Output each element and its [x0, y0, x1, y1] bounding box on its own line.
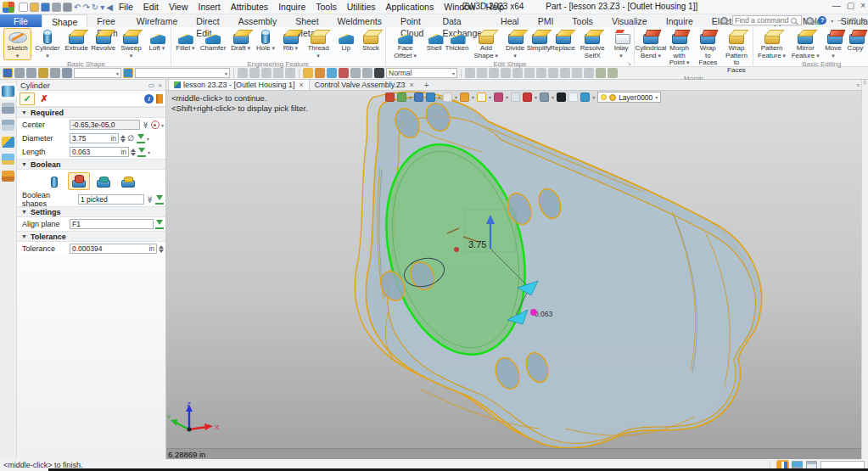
- render-mode-combo[interactable]: Normal▾: [386, 68, 457, 78]
- ribbon-button-stock[interactable]: Stock: [358, 28, 383, 53]
- help-dropdown-icon[interactable]: ▾: [831, 18, 833, 24]
- pick-plane-icon[interactable]: [155, 220, 164, 229]
- zw3d-logo-icon[interactable]: [3, 2, 14, 13]
- curvature-icon[interactable]: [494, 93, 503, 102]
- cancel-button[interactable]: ✗: [37, 93, 51, 105]
- image-icon[interactable]: [327, 68, 337, 78]
- snap-slash-icon[interactable]: [584, 68, 594, 78]
- history-icon[interactable]: [350, 68, 361, 78]
- manager-tab[interactable]: [2, 103, 14, 114]
- pick-length-dropdown-icon[interactable]: ▾: [148, 149, 150, 155]
- viewport-3d[interactable]: <middle-click> to continue. <Shift+right…: [166, 91, 861, 459]
- view-orient-icon-dropdown[interactable]: ▾: [455, 94, 457, 100]
- ribbon-button-hole[interactable]: Hole ▾: [253, 28, 277, 53]
- child-minimize-button[interactable]: —: [837, 16, 845, 25]
- ribbon-button-move[interactable]: Move ▾: [822, 28, 844, 60]
- highlight-toggle-icon[interactable]: [477, 93, 486, 102]
- section-tolerance[interactable]: ▼Tolerance: [17, 231, 165, 242]
- boolean-intersect-button[interactable]: [117, 172, 139, 190]
- menu-item-insert[interactable]: Insert: [193, 2, 226, 12]
- view-orient-icon[interactable]: [443, 93, 452, 102]
- flag-icon[interactable]: [362, 68, 372, 78]
- ribbon-tab-file[interactable]: File: [0, 14, 42, 27]
- pick-length-icon[interactable]: [137, 148, 146, 157]
- ribbon-button-wrap-to-faces[interactable]: Wrap to Faces: [693, 28, 722, 68]
- play-icon[interactable]: ◀: [106, 3, 113, 12]
- ribbon-button-cylinder[interactable]: Cylinder ▾: [31, 28, 64, 60]
- ribbon-button-pattern-feature[interactable]: Pattern Feature ▾: [755, 28, 789, 60]
- help-icon[interactable]: ?: [818, 16, 826, 25]
- ribbon-button-shell[interactable]: Shell: [423, 28, 445, 53]
- menu-item-edit[interactable]: Edit: [138, 2, 164, 12]
- ribbon-button-sweep[interactable]: Sweep ▾: [117, 28, 145, 60]
- snap-circle-dot-icon[interactable]: [524, 68, 535, 78]
- ribbon-tab-shape[interactable]: Shape: [42, 14, 87, 27]
- menu-item-utilities[interactable]: Utilities: [342, 2, 381, 12]
- doc-tab-inactive[interactable]: Control Valve Assembly.Z3×: [310, 79, 419, 90]
- pick-from-list-icon[interactable]: [38, 68, 48, 78]
- preview-window-icon[interactable]: [511, 93, 520, 102]
- ribbon-button-lip[interactable]: Lip: [333, 28, 358, 53]
- ribbon-button-loft[interactable]: Loft ▾: [145, 28, 169, 53]
- snap-magnet-icon[interactable]: [477, 68, 487, 78]
- ribbon-button-sketch[interactable]: Sketch ▾: [3, 28, 31, 60]
- snap-cursor-icon[interactable]: [465, 68, 475, 78]
- ribbon-button-rib[interactable]: Rib ▾: [278, 28, 303, 53]
- visual-manager-tab[interactable]: [2, 137, 14, 148]
- snap-curve-icon[interactable]: [560, 68, 570, 78]
- ribbon-button-draft[interactable]: Draft ▾: [228, 28, 253, 53]
- ribbon-button-add-shape[interactable]: Add Shape ▾: [468, 28, 503, 60]
- diameter-input[interactable]: [72, 134, 109, 143]
- ribbon-button-thread[interactable]: Thread ▾: [303, 28, 333, 60]
- entity-filter-combo[interactable]: ▾: [74, 68, 121, 78]
- diameter-spinner[interactable]: [120, 133, 126, 143]
- lasso-pick-icon[interactable]: [50, 68, 60, 78]
- snap-line-icon[interactable]: [501, 68, 511, 78]
- remove-pick-icon[interactable]: [26, 68, 36, 78]
- ribbon-button-replace[interactable]: Replace: [551, 28, 575, 53]
- tolerance-input[interactable]: [72, 244, 147, 253]
- pick-filter-icon[interactable]: [62, 68, 72, 78]
- batch-print-icon[interactable]: [63, 3, 72, 12]
- ribbon-button-cylindrical-bend[interactable]: Cylindrical Bend ▾: [636, 28, 665, 60]
- snap-circle-icon[interactable]: [536, 68, 546, 78]
- ribbon-button-copy[interactable]: Copy: [844, 28, 866, 53]
- undo-icon[interactable]: ↶: [74, 3, 81, 12]
- boolean-shapes-field[interactable]: [78, 194, 144, 205]
- regen-icon[interactable]: ↻: [92, 3, 98, 12]
- visual-style-icon-dropdown[interactable]: ▾: [472, 94, 474, 100]
- expand-chevron-icon[interactable]: ≫: [142, 121, 149, 129]
- clip-plane-icon[interactable]: [523, 93, 532, 102]
- align-top-icon[interactable]: [273, 68, 283, 78]
- pick-value-dropdown-icon[interactable]: ▾: [147, 136, 149, 142]
- clip-plane-icon-dropdown[interactable]: ▾: [535, 94, 537, 100]
- pick-arrow-icon[interactable]: [414, 93, 423, 102]
- boolean-base-button[interactable]: [43, 172, 65, 190]
- diameter-symbol-icon[interactable]: ∅: [127, 134, 135, 143]
- length-field[interactable]: in: [70, 147, 129, 157]
- child-close-button[interactable]: ×: [861, 16, 865, 25]
- gear-icon[interactable]: [806, 17, 814, 25]
- close-button[interactable]: ×: [860, 1, 865, 10]
- ribbon-button-face-offset[interactable]: Face Offset ▾: [388, 28, 423, 60]
- fin-icon[interactable]: [580, 93, 590, 102]
- undo-view-icon-dropdown[interactable]: ▾: [409, 94, 412, 100]
- collapsed-right-panel[interactable]: ≡: [861, 80, 868, 459]
- fin-icon-dropdown[interactable]: ▾: [592, 94, 595, 100]
- save-file-icon[interactable]: [41, 3, 50, 12]
- print-icon[interactable]: [52, 3, 61, 12]
- shade-mode-icon[interactable]: [426, 93, 435, 102]
- ribbon-tab-inquire[interactable]: Inquire: [657, 14, 703, 27]
- ribbon-button-resolve-selfx[interactable]: Resolve SelfX: [574, 28, 610, 60]
- ribbon-button-simplify[interactable]: Simplify: [527, 28, 551, 53]
- white-swatch-icon[interactable]: [568, 93, 578, 102]
- ribbon-button-morph-with-point[interactable]: Morph with Point ▾: [665, 28, 694, 68]
- tab-close-icon[interactable]: ×: [410, 81, 414, 89]
- tolerance-field[interactable]: in: [70, 244, 157, 254]
- ribbon-button-wrap-pattern-to-faces[interactable]: Wrap Pattern to Faces: [722, 28, 751, 75]
- cylinder-dialog-tab[interactable]: [2, 86, 14, 97]
- section-required[interactable]: ▼Required: [17, 107, 165, 118]
- align-plane-field[interactable]: [70, 219, 154, 229]
- restore-button[interactable]: ▢: [847, 1, 854, 10]
- point-picker-dropdown-icon[interactable]: ▾: [161, 122, 164, 128]
